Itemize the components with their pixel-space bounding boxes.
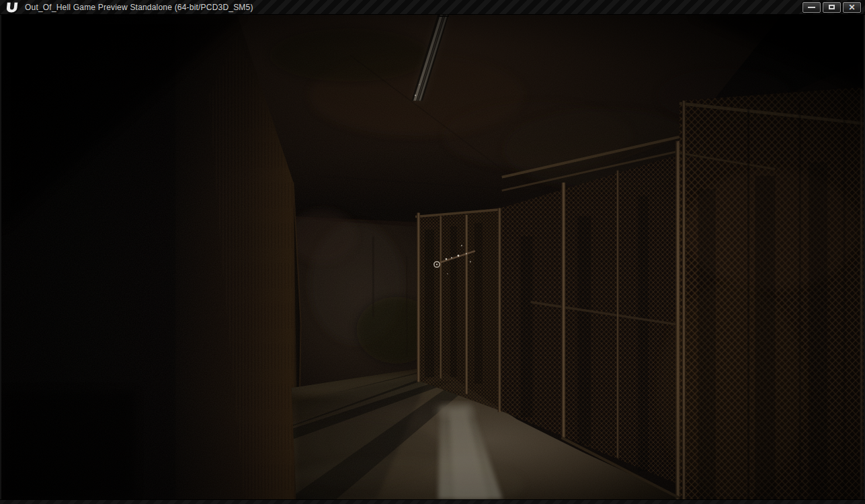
unreal-u-glyph	[5, 1, 19, 14]
minimize-button[interactable]	[802, 2, 821, 13]
window-title: Out_Of_Hell Game Preview Standalone (64-…	[25, 3, 800, 12]
game-viewport[interactable]	[0, 15, 865, 499]
titlebar[interactable]: Out_Of_Hell Game Preview Standalone (64-…	[0, 0, 865, 15]
game-scene	[1, 15, 864, 499]
maximize-button[interactable]	[823, 2, 841, 13]
vignette-overlay	[1, 15, 864, 499]
minimize-icon	[808, 7, 815, 8]
close-icon: ✕	[848, 3, 855, 11]
window-frame-bottom	[0, 499, 865, 504]
maximize-icon	[829, 5, 835, 9]
close-button[interactable]: ✕	[843, 2, 861, 13]
game-window: Out_Of_Hell Game Preview Standalone (64-…	[0, 0, 865, 504]
unreal-engine-logo-icon	[3, 1, 19, 14]
window-controls: ✕	[800, 2, 861, 13]
